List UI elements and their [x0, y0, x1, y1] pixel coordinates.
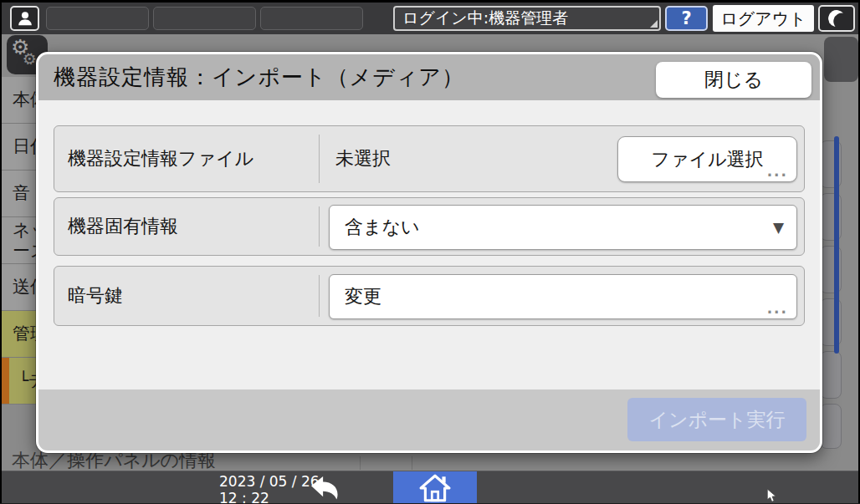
function-key-1[interactable]	[46, 7, 149, 30]
screen-edge	[0, 0, 2, 504]
login-status-text: ログイン中:機器管理者	[402, 8, 568, 29]
screen-edge	[0, 0, 860, 3]
mouse-cursor-icon	[766, 488, 777, 504]
setting-row-file: 機器設定情報ファイル 未選択 ファイル選択 ...	[54, 125, 805, 192]
background-divider	[412, 456, 412, 470]
import-execute-label: インポート実行	[648, 407, 785, 433]
back-arrow-icon	[306, 475, 343, 501]
login-status-button[interactable]: ログイン中:機器管理者	[393, 6, 661, 31]
setting-row-unique-info: 機器固有情報 含まない ▼	[54, 197, 805, 256]
help-button[interactable]: ?	[665, 6, 708, 31]
dropdown-value: 含まない	[345, 215, 420, 240]
chevron-down-icon: ▼	[773, 219, 784, 236]
bottom-bar: 2023 / 05 / 26 12 : 22	[2, 471, 858, 504]
user-button[interactable]	[10, 6, 39, 31]
device-control-panel-screen: ログイン中:機器管理者 ? ログアウト ⚙ ⚙ 本体 日付 音 ネッ ース 送信…	[0, 0, 860, 504]
file-select-label: ファイル選択	[651, 147, 763, 172]
background-divider	[360, 456, 361, 470]
row-divider	[319, 206, 320, 247]
row-label: 機器設定情報ファイル	[68, 126, 253, 191]
function-key-2[interactable]	[153, 7, 256, 30]
row-divider	[319, 135, 320, 183]
file-selection-status: 未選択	[335, 126, 391, 191]
back-button[interactable]	[303, 474, 346, 502]
row-divider	[319, 275, 320, 317]
sub-item-accent-bar	[2, 358, 9, 404]
dialog-title: 機器設定情報：インポート（メディア）	[54, 63, 464, 92]
background-button-partial	[824, 37, 858, 82]
login-dropdown-triangle-icon	[650, 20, 658, 28]
import-execute-button-disabled[interactable]: インポート実行	[627, 398, 806, 441]
file-select-button[interactable]: ファイル選択 ...	[617, 136, 797, 182]
home-icon	[419, 474, 451, 502]
logout-button[interactable]: ログアウト	[713, 5, 814, 32]
close-button[interactable]: 閉じる	[656, 62, 811, 98]
user-icon	[16, 8, 34, 28]
function-key-3[interactable]	[260, 7, 363, 30]
logout-label: ログアウト	[720, 8, 806, 30]
encryption-key-change-button[interactable]: 変更 ...	[329, 274, 797, 319]
change-label: 変更	[345, 284, 381, 309]
top-bar: ログイン中:機器管理者 ? ログアウト	[2, 3, 858, 34]
ellipsis-icon: ...	[767, 163, 788, 180]
help-icon: ?	[681, 8, 691, 28]
import-media-dialog: 機器設定情報：インポート（メディア） 閉じる 機器設定情報ファイル 未選択 ファ…	[36, 52, 822, 453]
ellipsis-icon: ...	[767, 300, 788, 317]
moon-icon	[827, 8, 847, 28]
close-label: 閉じる	[704, 67, 763, 93]
unique-info-dropdown[interactable]: 含まない ▼	[329, 205, 797, 250]
row-label: 機器固有情報	[68, 198, 178, 255]
background-row-edge	[820, 351, 842, 399]
vertical-scrollbar[interactable]	[834, 136, 839, 354]
row-label: 暗号鍵	[68, 267, 123, 325]
dialog-footer: インポート実行	[38, 389, 820, 451]
background-row-edge	[820, 404, 842, 449]
home-button[interactable]	[393, 471, 477, 504]
setting-row-encryption-key: 暗号鍵 変更 ...	[54, 266, 805, 326]
energy-saver-button[interactable]	[818, 5, 855, 32]
